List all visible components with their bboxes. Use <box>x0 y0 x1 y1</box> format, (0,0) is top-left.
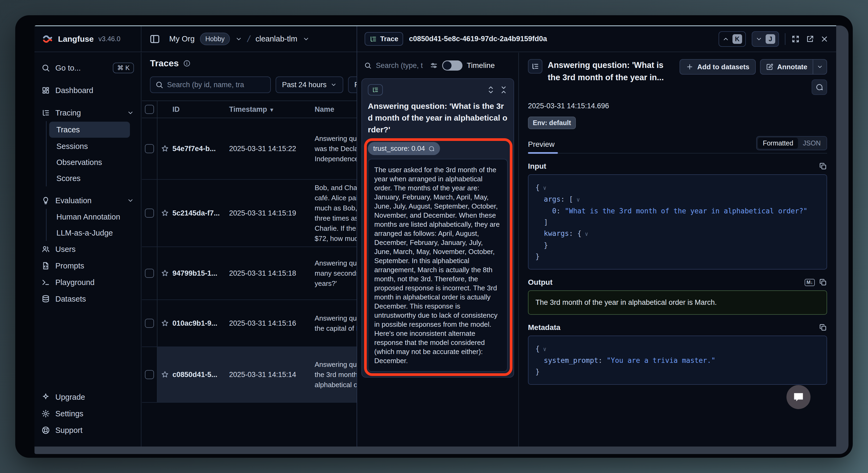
gear-icon <box>41 409 50 418</box>
goto-search[interactable]: Go to... ⌘ K <box>41 60 134 76</box>
next-trace-button[interactable]: J <box>752 31 779 47</box>
search-icon <box>155 81 163 89</box>
metadata-label: Metadata <box>528 323 560 332</box>
sidebar-item-llm-as-a-judge[interactable]: LLM-as-a-Judge <box>46 225 134 241</box>
output-text[interactable]: The 3rd month of the year in alphabetica… <box>528 290 827 315</box>
sidebar-item-dashboard[interactable]: Dashboard <box>41 82 134 99</box>
star-icon[interactable] <box>161 145 169 153</box>
goto-shortcut: ⌘ K <box>113 63 134 73</box>
select-all-checkbox[interactable] <box>145 105 154 114</box>
chat-widget-button[interactable] <box>786 385 810 409</box>
sidebar-toggle-icon[interactable] <box>149 34 160 45</box>
star-icon[interactable] <box>161 371 169 379</box>
chevron-down-icon <box>331 82 337 88</box>
sidebar-item-scores[interactable]: Scores <box>46 170 134 186</box>
database-icon <box>41 295 50 303</box>
copy-icon[interactable] <box>819 162 827 170</box>
metadata-json[interactable]: { ∨ system_prompt: "You are a trivia mas… <box>528 335 827 385</box>
list-tree-icon <box>531 62 539 70</box>
sidebar-item-support[interactable]: Support <box>41 422 134 439</box>
page-title: Traces <box>150 58 179 68</box>
sidebar-item-datasets[interactable]: Datasets <box>41 291 134 307</box>
copy-icon[interactable] <box>819 324 827 331</box>
timeline-label: Timeline <box>467 61 495 70</box>
star-icon[interactable] <box>161 209 169 217</box>
tracing-subitems: Traces Sessions Observations Scores <box>46 121 134 186</box>
expand-icon[interactable] <box>791 35 800 43</box>
format-toggle-json[interactable]: JSON <box>798 138 826 149</box>
evaluation-subitems: Human Annotation LLM-as-a-Judge <box>46 209 134 241</box>
row-checkbox[interactable] <box>145 144 154 153</box>
sidebar-item-tracing[interactable]: Tracing <box>41 105 134 121</box>
tab-preview[interactable]: Preview <box>528 140 555 153</box>
tree-search-input[interactable] <box>376 61 426 70</box>
traces-search-input[interactable] <box>167 81 266 89</box>
trace-detail-drawer: Trace c0850d41-5e8c-4619-97dc-2a4b9159fd… <box>356 26 836 446</box>
drawer-header: Trace c0850d41-5e8c-4619-97dc-2a4b9159fd… <box>357 26 836 52</box>
row-checkbox[interactable] <box>145 319 154 328</box>
chat-bubble-icon <box>793 391 804 403</box>
time-range-select[interactable]: Past 24 hours <box>276 77 343 93</box>
markdown-toggle-icon[interactable]: M↓ <box>805 279 815 286</box>
sidebar-item-observations[interactable]: Observations <box>46 154 134 170</box>
langfuse-app: Langfuse v3.46.0 My Org Hobby / cleanlab… <box>34 25 836 446</box>
plan-badge: Hobby <box>200 33 230 45</box>
prev-trace-button[interactable]: K <box>719 31 746 47</box>
column-header-id[interactable]: ID <box>173 105 229 114</box>
row-checkbox[interactable] <box>145 370 154 379</box>
timeline-toggle[interactable] <box>442 60 462 70</box>
search-icon <box>41 64 50 72</box>
org-switcher-chevron-icon[interactable] <box>235 35 242 42</box>
terminal-icon <box>41 278 50 287</box>
dashboard-icon <box>41 86 50 95</box>
sidebar-item-users[interactable]: Users <box>41 241 134 258</box>
star-icon[interactable] <box>161 269 169 277</box>
unfold-vertical-icon[interactable] <box>487 86 495 94</box>
close-icon[interactable] <box>820 35 829 43</box>
project-switcher-chevron-icon[interactable] <box>303 35 310 42</box>
users-icon <box>41 245 50 254</box>
lightbulb-icon <box>41 196 50 205</box>
sidebar-item-evaluation[interactable]: Evaluation <box>41 192 134 209</box>
column-header-timestamp[interactable]: Timestamp ▼ <box>229 105 315 114</box>
sidebar-footer: Upgrade Settings Support <box>41 389 134 439</box>
format-toggle: Formatted JSON <box>756 136 827 150</box>
sidebar: Go to... ⌘ K Dashboard Tracing Traces Se… <box>34 53 142 446</box>
drawer-body: Timeline Answering question: 'What is th… <box>357 53 836 446</box>
project-name[interactable]: cleanlab-tlm <box>255 34 297 43</box>
annotate-button[interactable]: Annotate <box>761 60 813 74</box>
list-tree-icon <box>369 35 377 43</box>
open-external-icon[interactable] <box>806 35 814 43</box>
format-toggle-formatted[interactable]: Formatted <box>758 138 798 149</box>
view-settings-icon[interactable] <box>430 61 438 69</box>
chevron-up-icon <box>722 35 729 42</box>
sidebar-item-upgrade[interactable]: Upgrade <box>41 389 134 405</box>
file-code-icon <box>41 262 50 270</box>
sidebar-item-playground[interactable]: Playground <box>41 274 134 291</box>
sidebar-item-prompts[interactable]: Prompts <box>41 258 134 274</box>
app-version: v3.46.0 <box>98 35 120 43</box>
sidebar-item-traces[interactable]: Traces <box>49 122 130 138</box>
traces-search[interactable] <box>150 77 271 93</box>
org-name[interactable]: My Org <box>169 34 195 43</box>
brand[interactable]: Langfuse v3.46.0 <box>34 26 142 52</box>
input-json[interactable]: { ∨ args: [ ∨ 0: "What is the 3rd month … <box>528 174 827 269</box>
langfuse-logo-icon <box>42 33 53 45</box>
copy-icon[interactable] <box>819 278 827 286</box>
star-icon[interactable] <box>161 319 169 327</box>
sidebar-item-settings[interactable]: Settings <box>41 405 134 422</box>
life-buoy-icon <box>41 426 50 435</box>
annotate-dropdown-chevron[interactable] <box>813 60 827 74</box>
browser-frame: Langfuse v3.46.0 My Org Hobby / cleanlab… <box>34 25 848 454</box>
fold-vertical-icon[interactable] <box>500 86 508 94</box>
row-checkbox[interactable] <box>145 269 154 278</box>
comments-button[interactable] <box>812 80 827 95</box>
info-icon[interactable] <box>183 60 191 67</box>
add-to-datasets-button[interactable]: Add to datasets <box>680 59 756 75</box>
row-checkbox[interactable] <box>145 209 154 218</box>
sidebar-item-human-annotation[interactable]: Human Annotation <box>46 209 134 225</box>
trace-card[interactable]: Answering question: 'What is the 3rd mon… <box>362 78 514 378</box>
trust-score-badge[interactable]: trust_score: 0.04 <box>368 142 440 155</box>
sidebar-item-sessions[interactable]: Sessions <box>46 138 134 154</box>
comment-icon <box>815 83 824 91</box>
